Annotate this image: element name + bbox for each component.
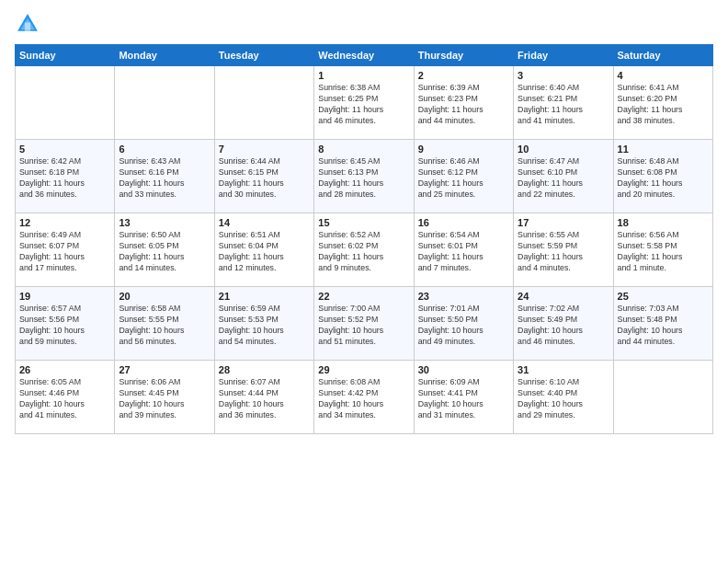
- day-info: Sunrise: 7:02 AM Sunset: 5:49 PM Dayligh…: [518, 304, 609, 348]
- weekday-header-cell: Friday: [514, 45, 613, 66]
- day-number: 2: [418, 70, 509, 81]
- day-number: 7: [219, 144, 310, 155]
- day-info: Sunrise: 6:39 AM Sunset: 6:23 PM Dayligh…: [418, 83, 509, 127]
- day-number: 23: [418, 291, 509, 302]
- day-info: Sunrise: 6:52 AM Sunset: 6:02 PM Dayligh…: [318, 230, 409, 274]
- svg-rect-2: [25, 22, 30, 30]
- day-number: 3: [518, 70, 609, 81]
- calendar-cell: 7Sunrise: 6:44 AM Sunset: 6:15 PM Daylig…: [214, 140, 313, 213]
- weekday-header-cell: Thursday: [414, 45, 513, 66]
- calendar-cell: 3Sunrise: 6:40 AM Sunset: 6:21 PM Daylig…: [514, 66, 613, 140]
- day-info: Sunrise: 6:56 AM Sunset: 5:58 PM Dayligh…: [618, 230, 709, 274]
- calendar-cell: 15Sunrise: 6:52 AM Sunset: 6:02 PM Dayli…: [314, 213, 414, 287]
- day-number: 30: [418, 364, 509, 375]
- day-info: Sunrise: 6:57 AM Sunset: 5:56 PM Dayligh…: [19, 304, 110, 348]
- calendar-cell: 29Sunrise: 6:08 AM Sunset: 4:42 PM Dayli…: [314, 361, 414, 434]
- calendar-week-row: 5Sunrise: 6:42 AM Sunset: 6:18 PM Daylig…: [16, 140, 713, 213]
- calendar-cell: 27Sunrise: 6:06 AM Sunset: 4:45 PM Dayli…: [115, 361, 214, 434]
- day-info: Sunrise: 6:50 AM Sunset: 6:05 PM Dayligh…: [119, 230, 210, 274]
- day-info: Sunrise: 6:45 AM Sunset: 6:13 PM Dayligh…: [318, 156, 409, 201]
- calendar-table: SundayMondayTuesdayWednesdayThursdayFrid…: [15, 44, 713, 434]
- day-number: 18: [618, 217, 709, 228]
- day-number: 4: [618, 70, 709, 81]
- weekday-header-cell: Sunday: [16, 45, 115, 66]
- calendar-cell: 20Sunrise: 6:58 AM Sunset: 5:55 PM Dayli…: [115, 287, 214, 361]
- calendar-cell: 13Sunrise: 6:50 AM Sunset: 6:05 PM Dayli…: [115, 213, 214, 287]
- calendar-week-row: 26Sunrise: 6:05 AM Sunset: 4:46 PM Dayli…: [16, 361, 713, 434]
- day-info: Sunrise: 6:44 AM Sunset: 6:15 PM Dayligh…: [219, 156, 310, 201]
- day-info: Sunrise: 6:06 AM Sunset: 4:45 PM Dayligh…: [119, 377, 210, 421]
- calendar-cell: 19Sunrise: 6:57 AM Sunset: 5:56 PM Dayli…: [16, 287, 115, 361]
- day-number: 6: [119, 144, 210, 155]
- weekday-header-cell: Tuesday: [214, 45, 313, 66]
- day-info: Sunrise: 6:42 AM Sunset: 6:18 PM Dayligh…: [19, 156, 110, 201]
- calendar-cell: 26Sunrise: 6:05 AM Sunset: 4:46 PM Dayli…: [16, 361, 115, 434]
- day-number: 11: [618, 144, 709, 155]
- day-info: Sunrise: 6:43 AM Sunset: 6:16 PM Dayligh…: [119, 156, 210, 201]
- calendar-cell: 1Sunrise: 6:38 AM Sunset: 6:25 PM Daylig…: [314, 66, 414, 140]
- day-number: 12: [19, 217, 110, 228]
- weekday-header-row: SundayMondayTuesdayWednesdayThursdayFrid…: [16, 45, 713, 66]
- logo-icon: [15, 11, 40, 37]
- day-number: 5: [19, 144, 110, 155]
- day-info: Sunrise: 6:55 AM Sunset: 5:59 PM Dayligh…: [518, 230, 609, 274]
- day-number: 29: [318, 364, 409, 375]
- calendar-cell: [16, 66, 115, 140]
- day-number: 24: [518, 291, 609, 302]
- calendar-cell: 14Sunrise: 6:51 AM Sunset: 6:04 PM Dayli…: [214, 213, 313, 287]
- day-number: 27: [119, 364, 210, 375]
- day-info: Sunrise: 6:51 AM Sunset: 6:04 PM Dayligh…: [219, 230, 310, 274]
- day-info: Sunrise: 6:41 AM Sunset: 6:20 PM Dayligh…: [618, 83, 709, 127]
- day-number: 14: [219, 217, 310, 228]
- day-number: 22: [318, 291, 409, 302]
- day-number: 20: [119, 291, 210, 302]
- page-header: [15, 11, 713, 37]
- calendar-cell: 30Sunrise: 6:09 AM Sunset: 4:41 PM Dayli…: [414, 361, 513, 434]
- day-number: 26: [19, 364, 110, 375]
- calendar-cell: 10Sunrise: 6:47 AM Sunset: 6:10 PM Dayli…: [514, 140, 613, 213]
- calendar-body: 1Sunrise: 6:38 AM Sunset: 6:25 PM Daylig…: [16, 66, 713, 434]
- day-info: Sunrise: 6:59 AM Sunset: 5:53 PM Dayligh…: [219, 304, 310, 348]
- day-info: Sunrise: 6:07 AM Sunset: 4:44 PM Dayligh…: [219, 377, 310, 421]
- calendar-cell: 28Sunrise: 6:07 AM Sunset: 4:44 PM Dayli…: [214, 361, 313, 434]
- day-info: Sunrise: 6:05 AM Sunset: 4:46 PM Dayligh…: [19, 377, 110, 421]
- weekday-header-cell: Saturday: [613, 45, 712, 66]
- calendar-cell: 24Sunrise: 7:02 AM Sunset: 5:49 PM Dayli…: [514, 287, 613, 361]
- calendar-cell: [115, 66, 214, 140]
- day-number: 17: [518, 217, 609, 228]
- day-info: Sunrise: 6:09 AM Sunset: 4:41 PM Dayligh…: [418, 377, 509, 421]
- day-number: 25: [618, 291, 709, 302]
- day-number: 21: [219, 291, 310, 302]
- calendar-week-row: 12Sunrise: 6:49 AM Sunset: 6:07 PM Dayli…: [16, 213, 713, 287]
- calendar-cell: 17Sunrise: 6:55 AM Sunset: 5:59 PM Dayli…: [514, 213, 613, 287]
- day-info: Sunrise: 7:01 AM Sunset: 5:50 PM Dayligh…: [418, 304, 509, 348]
- day-info: Sunrise: 6:49 AM Sunset: 6:07 PM Dayligh…: [19, 230, 110, 274]
- calendar-cell: 16Sunrise: 6:54 AM Sunset: 6:01 PM Dayli…: [414, 213, 513, 287]
- calendar-cell: 21Sunrise: 6:59 AM Sunset: 5:53 PM Dayli…: [214, 287, 313, 361]
- day-info: Sunrise: 6:54 AM Sunset: 6:01 PM Dayligh…: [418, 230, 509, 274]
- day-info: Sunrise: 6:58 AM Sunset: 5:55 PM Dayligh…: [119, 304, 210, 348]
- calendar-cell: 4Sunrise: 6:41 AM Sunset: 6:20 PM Daylig…: [613, 66, 712, 140]
- day-info: Sunrise: 6:46 AM Sunset: 6:12 PM Dayligh…: [418, 156, 509, 201]
- day-number: 16: [418, 217, 509, 228]
- calendar-cell: 6Sunrise: 6:43 AM Sunset: 6:16 PM Daylig…: [115, 140, 214, 213]
- day-number: 31: [518, 364, 609, 375]
- calendar-cell: 2Sunrise: 6:39 AM Sunset: 6:23 PM Daylig…: [414, 66, 513, 140]
- calendar-cell: 11Sunrise: 6:48 AM Sunset: 6:08 PM Dayli…: [613, 140, 712, 213]
- calendar-cell: 22Sunrise: 7:00 AM Sunset: 5:52 PM Dayli…: [314, 287, 414, 361]
- day-info: Sunrise: 7:03 AM Sunset: 5:48 PM Dayligh…: [618, 304, 709, 348]
- calendar-cell: [613, 361, 712, 434]
- day-info: Sunrise: 6:48 AM Sunset: 6:08 PM Dayligh…: [618, 156, 709, 201]
- day-number: 19: [19, 291, 110, 302]
- day-number: 1: [318, 70, 409, 81]
- calendar-cell: 31Sunrise: 6:10 AM Sunset: 4:40 PM Dayli…: [514, 361, 613, 434]
- calendar-week-row: 19Sunrise: 6:57 AM Sunset: 5:56 PM Dayli…: [16, 287, 713, 361]
- day-info: Sunrise: 6:38 AM Sunset: 6:25 PM Dayligh…: [318, 83, 409, 127]
- weekday-header-cell: Monday: [115, 45, 214, 66]
- calendar-cell: 18Sunrise: 6:56 AM Sunset: 5:58 PM Dayli…: [613, 213, 712, 287]
- calendar-cell: 23Sunrise: 7:01 AM Sunset: 5:50 PM Dayli…: [414, 287, 513, 361]
- day-number: 15: [318, 217, 409, 228]
- logo: [15, 11, 44, 37]
- calendar-cell: 5Sunrise: 6:42 AM Sunset: 6:18 PM Daylig…: [16, 140, 115, 213]
- day-number: 13: [119, 217, 210, 228]
